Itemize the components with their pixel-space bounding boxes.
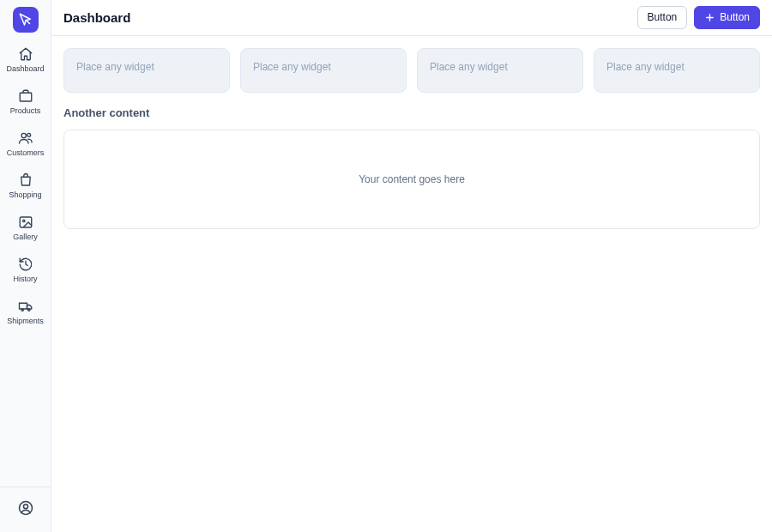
svg-point-8 (23, 505, 27, 509)
svg-point-5 (21, 309, 23, 311)
widget-slot[interactable]: Place any widget (594, 48, 760, 93)
sidebar-item-label: Customers (7, 148, 45, 157)
sidebar: Dashboard Products Customers Shopping Ga… (0, 0, 51, 532)
widget-slot[interactable]: Place any widget (417, 48, 583, 93)
sidebar-item-gallery[interactable]: Gallery (0, 213, 51, 243)
sidebar-item-label: Shopping (9, 190, 41, 199)
sidebar-footer (0, 487, 51, 532)
user-circle-icon (17, 499, 34, 517)
widget-placeholder: Place any widget (76, 61, 154, 73)
sidebar-item-dashboard[interactable]: Dashboard (0, 45, 51, 75)
widgets-row: Place any widget Place any widget Place … (63, 48, 760, 93)
widget-placeholder: Place any widget (253, 61, 331, 73)
sidebar-nav: Dashboard Products Customers Shopping Ga… (0, 45, 51, 487)
history-icon (18, 257, 33, 272)
svg-rect-4 (19, 303, 27, 309)
sidebar-item-label: Shipments (7, 317, 44, 325)
secondary-button-label: Button (648, 11, 678, 23)
svg-point-0 (21, 133, 26, 137)
sidebar-item-label: Dashboard (6, 64, 44, 73)
sidebar-item-products[interactable]: Products (0, 87, 51, 117)
sidebar-item-history[interactable]: History (0, 255, 51, 285)
pointer-icon (18, 12, 33, 27)
primary-button-label: Button (720, 11, 750, 23)
sidebar-item-label: History (13, 275, 37, 283)
sidebar-item-shopping[interactable]: Shopping (0, 171, 51, 201)
plus-icon (704, 12, 715, 23)
truck-icon (18, 299, 33, 314)
header: Dashboard Button Button (51, 0, 772, 36)
home-icon (18, 46, 33, 62)
content-box-text: Your content goes here (359, 173, 465, 185)
sidebar-item-label: Products (10, 106, 41, 115)
primary-button[interactable]: Button (694, 6, 760, 28)
page-title: Dashboard (63, 10, 130, 25)
widget-placeholder: Place any widget (430, 61, 508, 73)
header-actions: Button Button (637, 6, 760, 28)
sidebar-item-shipments[interactable]: Shipments (0, 297, 51, 327)
users-icon (18, 130, 33, 146)
secondary-button[interactable]: Button (637, 6, 688, 28)
widget-slot[interactable]: Place any widget (240, 48, 407, 93)
main: Dashboard Button Button Place any widget… (51, 0, 772, 532)
shopping-bag-icon (18, 172, 33, 188)
widget-placeholder: Place any widget (606, 61, 685, 73)
section-title: Another content (63, 106, 760, 119)
sidebar-item-label: Gallery (13, 233, 38, 241)
widget-slot[interactable]: Place any widget (63, 48, 230, 93)
svg-rect-2 (20, 217, 32, 227)
package-icon (18, 88, 33, 104)
content-area: Place any widget Place any widget Place … (51, 36, 772, 241)
content-box: Your content goes here (63, 130, 760, 229)
sidebar-item-customers[interactable]: Customers (0, 129, 51, 159)
image-icon (18, 215, 33, 230)
app-logo[interactable] (13, 7, 39, 33)
svg-point-1 (27, 133, 30, 136)
svg-point-3 (22, 220, 24, 221)
user-menu-button[interactable] (17, 499, 34, 520)
svg-point-6 (27, 309, 29, 311)
